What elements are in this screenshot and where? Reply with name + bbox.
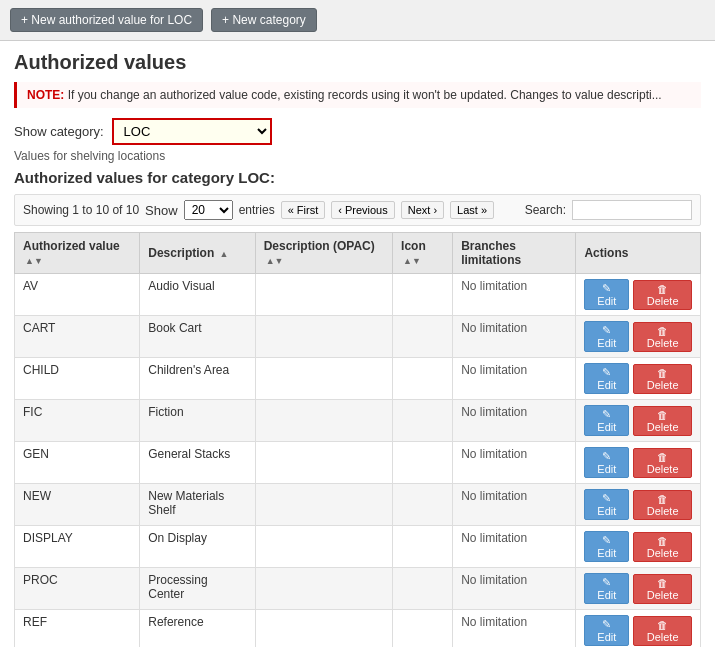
delete-button[interactable]: 🗑 Delete	[633, 532, 692, 562]
col-header-description[interactable]: Description ▲	[140, 233, 255, 274]
show-entries-select[interactable]: 10 20 50 100	[184, 200, 233, 220]
col-header-icon[interactable]: Icon ▲▼	[393, 233, 453, 274]
cell-description: New Materials Shelf	[140, 484, 255, 526]
col-label-description: Description	[148, 246, 214, 260]
col-header-description-opac[interactable]: Description (OPAC) ▲▼	[255, 233, 392, 274]
cell-branches: No limitation	[453, 484, 576, 526]
cell-description: Children's Area	[140, 358, 255, 400]
cell-description-opac	[255, 484, 392, 526]
new-authorized-value-button[interactable]: + New authorized value for LOC	[10, 8, 203, 32]
cell-actions: ✎ Edit 🗑 Delete	[576, 400, 701, 442]
cell-description-opac	[255, 316, 392, 358]
cell-description: Reference	[140, 610, 255, 648]
delete-button[interactable]: 🗑 Delete	[633, 574, 692, 604]
edit-button[interactable]: ✎ Edit	[584, 405, 629, 436]
cell-branches: No limitation	[453, 526, 576, 568]
search-input[interactable]	[572, 200, 692, 220]
delete-button[interactable]: 🗑 Delete	[633, 322, 692, 352]
col-header-actions: Actions	[576, 233, 701, 274]
show-category-row: Show category: LOC	[14, 118, 701, 145]
cell-actions: ✎ Edit 🗑 Delete	[576, 358, 701, 400]
cell-description-opac	[255, 400, 392, 442]
edit-button[interactable]: ✎ Edit	[584, 615, 629, 646]
table-row: GEN General Stacks No limitation ✎ Edit …	[15, 442, 701, 484]
delete-button[interactable]: 🗑 Delete	[633, 406, 692, 436]
edit-button[interactable]: ✎ Edit	[584, 279, 629, 310]
cell-description-opac	[255, 526, 392, 568]
cell-description: Book Cart	[140, 316, 255, 358]
cell-description: Fiction	[140, 400, 255, 442]
cell-description: Audio Visual	[140, 274, 255, 316]
cell-authorized-value: FIC	[15, 400, 140, 442]
cell-description-opac	[255, 568, 392, 610]
table-row: AV Audio Visual No limitation ✎ Edit 🗑 D…	[15, 274, 701, 316]
cell-icon	[393, 484, 453, 526]
cell-actions: ✎ Edit 🗑 Delete	[576, 316, 701, 358]
cell-icon	[393, 400, 453, 442]
cell-actions: ✎ Edit 🗑 Delete	[576, 484, 701, 526]
cell-icon	[393, 442, 453, 484]
toolbar: + New authorized value for LOC + New cat…	[0, 0, 715, 41]
col-label-authorized-value: Authorized value	[23, 239, 120, 253]
cell-icon	[393, 526, 453, 568]
cell-authorized-value: REF	[15, 610, 140, 648]
cell-branches: No limitation	[453, 274, 576, 316]
sort-indicator-icon: ▲▼	[403, 256, 421, 266]
col-header-authorized-value[interactable]: Authorized value ▲▼	[15, 233, 140, 274]
cell-icon	[393, 316, 453, 358]
delete-button[interactable]: 🗑 Delete	[633, 364, 692, 394]
edit-button[interactable]: ✎ Edit	[584, 531, 629, 562]
values-for-label: Values for shelving locations	[14, 149, 701, 163]
last-button-top[interactable]: Last »	[450, 201, 494, 219]
cell-description: General Stacks	[140, 442, 255, 484]
category-select[interactable]: LOC	[112, 118, 272, 145]
show-label: Show	[145, 203, 178, 218]
cell-branches: No limitation	[453, 358, 576, 400]
edit-button[interactable]: ✎ Edit	[584, 489, 629, 520]
delete-button[interactable]: 🗑 Delete	[633, 448, 692, 478]
cell-actions: ✎ Edit 🗑 Delete	[576, 526, 701, 568]
delete-button[interactable]: 🗑 Delete	[633, 280, 692, 310]
col-header-branches: Branches limitations	[453, 233, 576, 274]
table-row: CHILD Children's Area No limitation ✎ Ed…	[15, 358, 701, 400]
section-title: Authorized values for category LOC:	[14, 169, 701, 186]
new-category-button[interactable]: + New category	[211, 8, 317, 32]
show-category-label: Show category:	[14, 124, 104, 139]
table-row: DISPLAY On Display No limitation ✎ Edit …	[15, 526, 701, 568]
cell-branches: No limitation	[453, 568, 576, 610]
table-row: REF Reference No limitation ✎ Edit 🗑 Del…	[15, 610, 701, 648]
cell-description-opac	[255, 610, 392, 648]
cell-description-opac	[255, 442, 392, 484]
next-button-top[interactable]: Next ›	[401, 201, 444, 219]
edit-button[interactable]: ✎ Edit	[584, 573, 629, 604]
cell-actions: ✎ Edit 🗑 Delete	[576, 274, 701, 316]
authorized-values-table: Authorized value ▲▼ Description ▲ Descri…	[14, 232, 701, 647]
note-label: NOTE:	[27, 88, 64, 102]
col-label-description-opac: Description (OPAC)	[264, 239, 375, 253]
cell-authorized-value: PROC	[15, 568, 140, 610]
table-row: NEW New Materials Shelf No limitation ✎ …	[15, 484, 701, 526]
cell-description-opac	[255, 274, 392, 316]
cell-icon	[393, 610, 453, 648]
edit-button[interactable]: ✎ Edit	[584, 363, 629, 394]
edit-button[interactable]: ✎ Edit	[584, 447, 629, 478]
note-box: NOTE: If you change an authorized value …	[14, 82, 701, 108]
first-button-top[interactable]: « First	[281, 201, 326, 219]
cell-authorized-value: AV	[15, 274, 140, 316]
cell-authorized-value: CHILD	[15, 358, 140, 400]
table-row: CART Book Cart No limitation ✎ Edit 🗑 De…	[15, 316, 701, 358]
delete-button[interactable]: 🗑 Delete	[633, 616, 692, 646]
cell-branches: No limitation	[453, 442, 576, 484]
datatable-top-controls: Showing 1 to 10 of 10 Show 10 20 50 100 …	[14, 194, 701, 226]
edit-button[interactable]: ✎ Edit	[584, 321, 629, 352]
entries-label: entries	[239, 203, 275, 217]
sort-indicator-description: ▲	[220, 249, 229, 259]
search-label: Search:	[525, 203, 566, 217]
cell-icon	[393, 568, 453, 610]
col-label-icon: Icon	[401, 239, 426, 253]
delete-button[interactable]: 🗑 Delete	[633, 490, 692, 520]
cell-branches: No limitation	[453, 400, 576, 442]
cell-authorized-value: CART	[15, 316, 140, 358]
sort-indicator-description-opac: ▲▼	[266, 256, 284, 266]
previous-button-top[interactable]: ‹ Previous	[331, 201, 395, 219]
